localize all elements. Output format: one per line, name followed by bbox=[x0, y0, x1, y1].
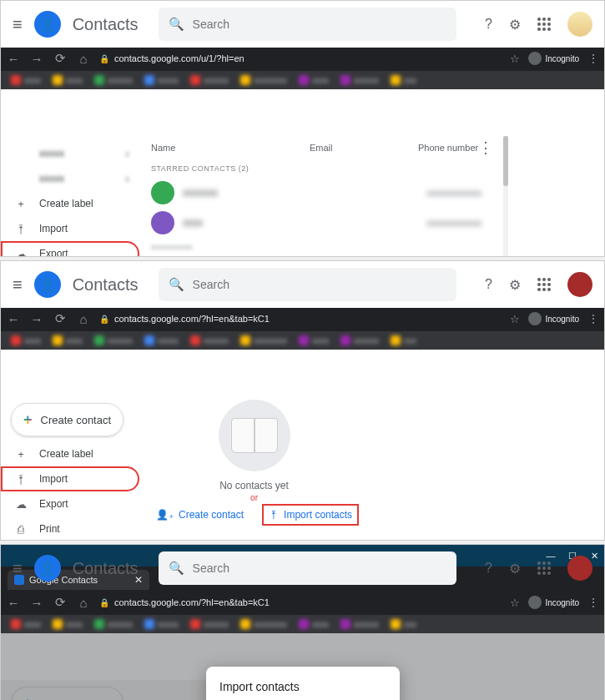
back-icon[interactable]: ← bbox=[6, 52, 21, 66]
sidebar-label: Create label bbox=[39, 198, 93, 209]
home-icon[interactable]: ⌂ bbox=[76, 596, 91, 610]
help-icon[interactable]: ? bbox=[485, 277, 492, 292]
hamburger-icon[interactable]: ≡ bbox=[13, 275, 23, 295]
browser-menu-icon[interactable]: ⋮ bbox=[587, 52, 599, 65]
bookmark-item[interactable]: xxxx bbox=[299, 335, 329, 345]
bookmark-item[interactable]: xxxxxx bbox=[94, 335, 133, 345]
bookmark-item[interactable]: xxxxxxxx bbox=[240, 335, 287, 345]
bookmark-item[interactable]: xxx bbox=[391, 335, 416, 345]
settings-gear-icon[interactable]: ⚙ bbox=[509, 561, 521, 577]
sidebar-export[interactable]: ☁Export bbox=[1, 241, 139, 257]
create-contact-button[interactable]: +Create contact bbox=[11, 403, 124, 436]
bookmark-star-icon[interactable]: ☆ bbox=[510, 53, 520, 65]
hamburger-icon[interactable]: ≡ bbox=[13, 559, 23, 578]
forward-icon[interactable]: → bbox=[29, 596, 44, 610]
bookmark-item[interactable]: xxxxx bbox=[144, 75, 179, 85]
bookmark-item[interactable]: xxxx bbox=[53, 75, 83, 85]
search-icon[interactable]: 🔍 bbox=[169, 17, 184, 32]
bookmark-item[interactable]: xxxx bbox=[299, 75, 329, 85]
account-avatar[interactable] bbox=[567, 12, 592, 37]
search-input[interactable] bbox=[193, 18, 446, 31]
bookmark-item[interactable]: xxxxx bbox=[144, 619, 179, 629]
bookmark-item[interactable]: xxxxxx bbox=[340, 75, 379, 85]
forward-icon[interactable]: → bbox=[29, 312, 44, 326]
app-header: ≡ 👤 Contacts 🔍 ? ⚙ bbox=[1, 545, 604, 592]
import-contacts-link[interactable]: ⭱Import contacts bbox=[264, 506, 357, 524]
omnibox[interactable]: 🔒 contacts.google.com/?hl=en&tab=kC1 bbox=[99, 593, 502, 612]
sidebar-label-item[interactable]: xxxxxx bbox=[1, 166, 139, 191]
bookmark-item[interactable]: xxx bbox=[391, 75, 416, 85]
sidebar-label: Create label bbox=[39, 448, 93, 460]
home-icon[interactable]: ⌂ bbox=[76, 312, 91, 326]
bookmark-item[interactable]: xxxxxx bbox=[190, 619, 229, 629]
bookmark-item[interactable]: xxxxxx bbox=[94, 75, 133, 85]
account-avatar[interactable] bbox=[567, 556, 592, 581]
help-icon[interactable]: ? bbox=[485, 561, 492, 576]
upload-icon: ⭱ bbox=[269, 509, 279, 521]
reload-icon[interactable]: ⟳ bbox=[53, 51, 68, 66]
cloud-icon: ☁ bbox=[14, 498, 28, 511]
bookmark-item[interactable]: xxxxxx bbox=[94, 619, 133, 629]
bookmark-item[interactable]: xxxx bbox=[11, 619, 41, 629]
search-box[interactable]: 🔍 bbox=[159, 268, 456, 301]
search-box[interactable]: 🔍 bbox=[159, 551, 456, 585]
bookmark-item[interactable]: xxxxxx bbox=[190, 75, 229, 85]
browser-menu-icon[interactable]: ⋮ bbox=[587, 312, 599, 325]
sidebar-import[interactable]: ⭱Import bbox=[1, 466, 139, 491]
reload-icon[interactable]: ⟳ bbox=[53, 595, 68, 610]
bookmark-item[interactable]: xxxx bbox=[11, 75, 41, 85]
contact-row[interactable]: xxxxxxxxxxxxxxxxxxx bbox=[151, 178, 498, 208]
browser-menu-icon[interactable]: ⋮ bbox=[587, 596, 599, 609]
bookmark-item[interactable]: xxxx bbox=[299, 619, 329, 629]
scrollbar[interactable] bbox=[503, 136, 508, 256]
forward-icon[interactable]: → bbox=[29, 52, 44, 66]
bookmark-item[interactable]: xxxxxxxx bbox=[240, 75, 287, 85]
bookmark-item[interactable]: xxxx bbox=[53, 619, 83, 629]
sidebar-export[interactable]: ☁Export bbox=[1, 491, 139, 516]
search-box[interactable]: 🔍 bbox=[159, 8, 456, 41]
bookmark-star-icon[interactable]: ☆ bbox=[510, 597, 520, 609]
modal-title: Import contacts bbox=[219, 680, 386, 693]
bookmark-item[interactable]: xxxx bbox=[11, 335, 41, 345]
apps-grid-icon[interactable] bbox=[537, 18, 551, 31]
omnibox[interactable]: 🔒 contacts.google.com/?hl=en&tab=kC1 bbox=[99, 310, 502, 328]
bookmark-item[interactable]: xxx bbox=[391, 619, 416, 629]
back-icon[interactable]: ← bbox=[6, 312, 21, 326]
search-input[interactable] bbox=[193, 562, 446, 575]
bookmark-item[interactable]: xxxxxx bbox=[340, 335, 379, 345]
settings-gear-icon[interactable]: ⚙ bbox=[509, 277, 521, 293]
search-icon[interactable]: 🔍 bbox=[169, 561, 184, 576]
sidebar-label-item[interactable]: xxxxxx bbox=[1, 141, 139, 166]
search-icon[interactable]: 🔍 bbox=[169, 277, 184, 292]
incognito-badge: Incognito bbox=[528, 52, 579, 65]
omnibox[interactable]: 🔒 contacts.google.com/u/1/?hl=en bbox=[99, 49, 502, 68]
sidebar-create-label[interactable]: +Create label bbox=[1, 441, 139, 466]
help-icon[interactable]: ? bbox=[485, 17, 492, 32]
sidebar-label: Export bbox=[39, 498, 68, 510]
search-input[interactable] bbox=[193, 278, 446, 291]
scroll-thumb[interactable] bbox=[503, 136, 508, 186]
app-header: ≡ 👤 Contacts 🔍 ? ⚙ bbox=[1, 1, 604, 48]
apps-grid-icon[interactable] bbox=[537, 562, 551, 575]
settings-gear-icon[interactable]: ⚙ bbox=[509, 17, 521, 33]
bookmark-star-icon[interactable]: ☆ bbox=[510, 313, 520, 325]
account-avatar[interactable] bbox=[567, 272, 592, 297]
hamburger-icon[interactable]: ≡ bbox=[13, 15, 23, 34]
bookmark-item[interactable]: xxxx bbox=[53, 335, 83, 345]
contact-row[interactable]: xxxxxxxxxxxxx bbox=[151, 256, 498, 257]
bookmark-item[interactable]: xxxxx bbox=[144, 335, 179, 345]
apps-grid-icon[interactable] bbox=[537, 278, 551, 291]
sidebar-print[interactable]: ⎙Print bbox=[1, 516, 139, 541]
sidebar-create-label[interactable]: +Create label bbox=[1, 191, 139, 216]
column-menu-icon[interactable]: ⋮ bbox=[478, 138, 498, 157]
bookmark-item[interactable]: xxxxxx bbox=[340, 619, 379, 629]
incognito-badge: Incognito bbox=[528, 312, 579, 325]
bookmark-item[interactable]: xxxxxxxx bbox=[240, 619, 287, 629]
sidebar-import[interactable]: ⭱Import bbox=[1, 216, 139, 241]
bookmark-item[interactable]: xxxxxx bbox=[190, 335, 229, 345]
home-icon[interactable]: ⌂ bbox=[76, 52, 91, 66]
reload-icon[interactable]: ⟳ bbox=[53, 311, 68, 326]
contact-row[interactable]: xxxxxxxxxxxxxxxx bbox=[151, 208, 498, 238]
back-icon[interactable]: ← bbox=[6, 596, 21, 610]
create-contact-link[interactable]: 👤₊Create contact bbox=[151, 506, 249, 524]
